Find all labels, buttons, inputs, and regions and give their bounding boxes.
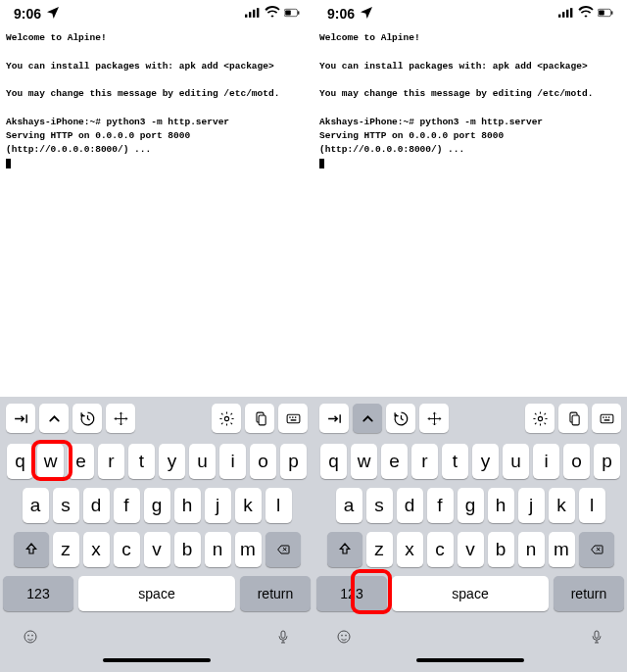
key-n[interactable]: n bbox=[518, 532, 545, 567]
key-u[interactable]: u bbox=[503, 444, 529, 479]
emoji-button[interactable] bbox=[23, 625, 38, 650]
arrows-button[interactable] bbox=[419, 404, 449, 433]
terminal-output[interactable]: Welcome to Alpine! You can install packa… bbox=[0, 25, 314, 397]
svg-rect-1 bbox=[249, 12, 251, 18]
key-d[interactable]: d bbox=[83, 488, 110, 523]
settings-button[interactable] bbox=[212, 404, 241, 433]
keyboard-toggle[interactable] bbox=[592, 404, 621, 433]
terminal-output[interactable]: Welcome to Alpine! You can install packa… bbox=[314, 25, 627, 397]
tab-button[interactable] bbox=[6, 404, 35, 433]
key-o[interactable]: o bbox=[250, 444, 276, 479]
ctrl-button-active[interactable] bbox=[353, 404, 382, 433]
key-v[interactable]: v bbox=[458, 532, 484, 567]
key-g[interactable]: g bbox=[458, 488, 484, 523]
status-time: 9:06 bbox=[14, 6, 41, 22]
key-q[interactable]: q bbox=[320, 444, 347, 479]
numbers-key[interactable]: 123 bbox=[3, 576, 73, 611]
key-q[interactable]: q bbox=[7, 444, 33, 479]
key-p[interactable]: p bbox=[280, 444, 307, 479]
svg-point-26 bbox=[538, 416, 542, 420]
key-b[interactable]: b bbox=[174, 532, 201, 567]
key-l[interactable]: l bbox=[579, 488, 605, 523]
tab-button[interactable] bbox=[319, 404, 349, 433]
emoji-button[interactable] bbox=[336, 625, 352, 650]
svg-rect-31 bbox=[605, 416, 606, 417]
key-p[interactable]: p bbox=[594, 444, 620, 479]
svg-point-16 bbox=[27, 635, 29, 637]
home-indicator[interactable] bbox=[103, 658, 211, 662]
key-e[interactable]: e bbox=[68, 444, 94, 479]
paste-button[interactable] bbox=[245, 404, 274, 433]
key-m[interactable]: m bbox=[549, 532, 575, 567]
ctrl-button[interactable] bbox=[39, 404, 69, 433]
key-w[interactable]: w bbox=[351, 444, 377, 479]
home-indicator[interactable] bbox=[416, 658, 524, 662]
backspace-key[interactable] bbox=[579, 532, 614, 567]
svg-rect-9 bbox=[259, 414, 265, 424]
paste-button[interactable] bbox=[558, 404, 588, 433]
key-y[interactable]: y bbox=[159, 444, 185, 479]
key-h[interactable]: h bbox=[174, 488, 201, 523]
space-key[interactable]: space bbox=[392, 576, 549, 611]
shift-key[interactable] bbox=[327, 532, 362, 567]
key-x[interactable]: x bbox=[83, 532, 110, 567]
key-s[interactable]: s bbox=[366, 488, 393, 523]
key-w[interactable]: w bbox=[37, 444, 64, 479]
key-t[interactable]: t bbox=[128, 444, 155, 479]
key-z[interactable]: z bbox=[53, 532, 79, 567]
svg-rect-14 bbox=[290, 419, 296, 420]
key-c[interactable]: c bbox=[427, 532, 454, 567]
key-d[interactable]: d bbox=[397, 488, 423, 523]
mic-button[interactable] bbox=[275, 625, 291, 650]
key-y[interactable]: y bbox=[472, 444, 499, 479]
svg-rect-22 bbox=[570, 8, 572, 18]
key-o[interactable]: o bbox=[563, 444, 590, 479]
key-a[interactable]: a bbox=[336, 488, 362, 523]
key-z[interactable]: z bbox=[366, 532, 393, 567]
svg-point-17 bbox=[31, 635, 33, 637]
svg-rect-37 bbox=[595, 631, 599, 638]
return-key[interactable]: return bbox=[240, 576, 311, 611]
key-k[interactable]: k bbox=[549, 488, 575, 523]
key-c[interactable]: c bbox=[114, 532, 140, 567]
settings-button[interactable] bbox=[525, 404, 555, 433]
svg-rect-28 bbox=[572, 414, 579, 424]
mic-button[interactable] bbox=[589, 625, 604, 650]
key-r[interactable]: r bbox=[411, 444, 438, 479]
key-g[interactable]: g bbox=[144, 488, 170, 523]
return-key[interactable]: return bbox=[554, 576, 624, 611]
key-l[interactable]: l bbox=[265, 488, 292, 523]
key-a[interactable]: a bbox=[23, 488, 49, 523]
key-r[interactable]: r bbox=[98, 444, 124, 479]
key-x[interactable]: x bbox=[397, 532, 423, 567]
key-s[interactable]: s bbox=[53, 488, 79, 523]
key-n[interactable]: n bbox=[205, 532, 231, 567]
key-i[interactable]: i bbox=[219, 444, 246, 479]
history-button[interactable] bbox=[386, 404, 415, 433]
key-j[interactable]: j bbox=[205, 488, 231, 523]
history-button[interactable] bbox=[72, 404, 102, 433]
key-t[interactable]: t bbox=[442, 444, 468, 479]
key-f[interactable]: f bbox=[114, 488, 140, 523]
key-v[interactable]: v bbox=[144, 532, 170, 567]
key-e[interactable]: e bbox=[381, 444, 408, 479]
svg-point-34 bbox=[338, 631, 350, 643]
key-h[interactable]: h bbox=[488, 488, 514, 523]
key-i[interactable]: i bbox=[533, 444, 559, 479]
key-b[interactable]: b bbox=[488, 532, 514, 567]
keyboard-toggle[interactable] bbox=[278, 404, 308, 433]
svg-rect-18 bbox=[281, 631, 285, 638]
key-k[interactable]: k bbox=[235, 488, 262, 523]
svg-rect-3 bbox=[257, 8, 259, 18]
key-f[interactable]: f bbox=[427, 488, 454, 523]
key-j[interactable]: j bbox=[518, 488, 545, 523]
shift-key[interactable] bbox=[14, 532, 49, 567]
key-m[interactable]: m bbox=[235, 532, 262, 567]
backspace-key[interactable] bbox=[265, 532, 301, 567]
space-key[interactable]: space bbox=[78, 576, 235, 611]
svg-rect-25 bbox=[611, 11, 612, 15]
key-u[interactable]: u bbox=[189, 444, 216, 479]
numbers-key[interactable]: 123 bbox=[316, 576, 387, 611]
keyboard: q w e r t y u i o p a s d f g h j k l z bbox=[314, 440, 627, 672]
arrows-button[interactable] bbox=[106, 404, 135, 433]
